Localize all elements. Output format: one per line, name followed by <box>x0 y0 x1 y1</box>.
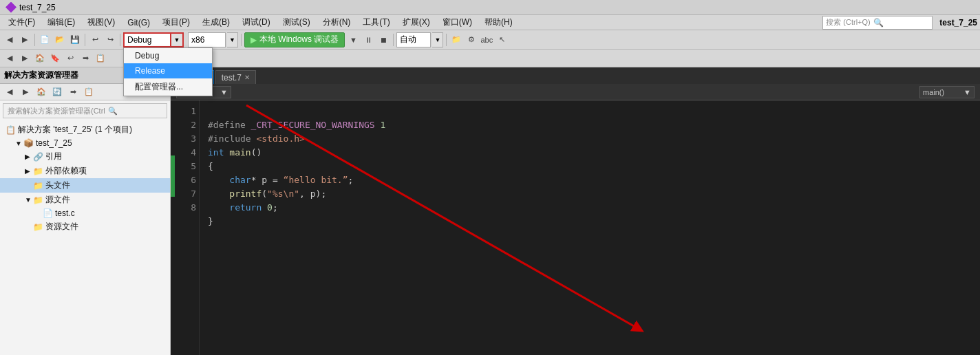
open-icon: 📂 <box>55 35 65 44</box>
menu-edit[interactable]: 编辑(E) <box>42 15 81 30</box>
tb2-icon2: ▶ <box>22 54 28 63</box>
redo-button[interactable]: ↪ <box>103 33 117 47</box>
menu-file[interactable]: 文件(F) <box>3 15 41 30</box>
sidebar-search-box[interactable]: 搜索解决方案资源管理器(Ctrl 🔍 <box>3 103 167 118</box>
sidebar-tb2[interactable]: ▶ <box>19 85 32 99</box>
code-indent <box>208 175 229 185</box>
pause-icon: ⏸ <box>365 36 372 44</box>
code-token: "%s\n" <box>267 189 299 199</box>
sidebar-tb4[interactable]: 🔄 <box>50 85 64 99</box>
sidebar-tb6[interactable]: 📋 <box>82 85 96 99</box>
menu-help[interactable]: 帮助(H) <box>479 15 518 30</box>
toolbar-btn-2[interactable]: ⚙ <box>465 33 478 47</box>
undo-icon: ↩ <box>92 35 98 44</box>
tree-item-sources[interactable]: ▼ 📁 源文件 <box>0 193 170 207</box>
back-icon: ◀ <box>7 35 12 44</box>
code-token: return <box>229 202 262 213</box>
tb2-btn4[interactable]: 🔖 <box>48 52 62 65</box>
code-token: printf <box>229 189 262 199</box>
debug-config-select[interactable]: Debug <box>123 32 171 47</box>
sidebar-tb5[interactable]: ➡ <box>66 85 80 99</box>
save-all-icon: 💾 <box>70 35 80 44</box>
code-indent <box>208 202 229 213</box>
line-num-1: 1 <box>175 105 196 118</box>
auto-arrow-button[interactable]: ▼ <box>432 32 443 47</box>
tree-item-headers[interactable]: 📁 头文件 <box>0 178 170 193</box>
auto-select[interactable]: 自动 <box>396 32 431 47</box>
line-numbers: 1 2 3 4 5 6 7 8 <box>175 100 200 355</box>
toolbar-btn-3[interactable]: abc <box>480 33 493 47</box>
tb2-btn5[interactable]: ↩ <box>63 52 77 65</box>
forward-button[interactable]: ▶ <box>18 33 32 47</box>
tree-item-testc[interactable]: 📄 test.c <box>0 207 170 219</box>
cursor-icon: ↖ <box>499 35 505 44</box>
dropdown-item-release[interactable]: Release <box>124 63 212 78</box>
undo-button[interactable]: ↩ <box>88 33 102 47</box>
tree-item-resources[interactable]: 📁 资源文件 <box>0 219 170 234</box>
tb2-icon4: 🔖 <box>50 54 60 63</box>
title-bar-left: test_7_25 <box>6 2 56 13</box>
code-editor[interactable]: #define _CRT_SECURE_NO_WARNINGS 1 #inclu… <box>200 100 980 355</box>
menu-test[interactable]: 测试(S) <box>277 15 316 30</box>
run-debugger-button[interactable]: ▶ 本地 Windows 调试器 <box>244 32 345 47</box>
tree-item-external-deps[interactable]: ▶ 📁 外部依赖项 <box>0 164 170 178</box>
pause-button[interactable]: ⏸ <box>361 33 375 47</box>
menu-project[interactable]: 项目(P) <box>157 15 195 30</box>
run-dropdown-icon: ▼ <box>350 36 357 44</box>
tb2-btn6[interactable]: ➡ <box>78 52 92 65</box>
menu-tools[interactable]: 工具(T) <box>357 15 395 30</box>
global-search-box[interactable]: 搜索 (Ctrl+Q) 🔍 <box>822 16 933 30</box>
menu-view[interactable]: 视图(V) <box>82 15 120 30</box>
line-num-5: 5 <box>175 160 196 173</box>
platform-arrow-button[interactable]: ▼ <box>227 32 238 47</box>
tb2-btn1[interactable]: ◀ <box>3 52 17 65</box>
tab-test7[interactable]: test.7 ✕ <box>215 70 256 84</box>
menu-analyze[interactable]: 分析(N) <box>317 15 356 30</box>
sidebar-search-icon: 🔍 <box>108 107 118 116</box>
tree-item-project[interactable]: ▼ 📦 test_7_25 <box>0 137 170 149</box>
separator-1 <box>34 34 35 46</box>
stop-button[interactable]: ⏹ <box>376 33 390 47</box>
line-num-8: 8 <box>175 201 196 215</box>
debug-config-arrow[interactable]: ▼ <box>171 32 184 47</box>
solution-explorer-panel: 解决方案资源管理器 📌 ✕ ◀ ▶ 🏠 🔄 ➡ 📋 搜索解决方案资源管理器(Ct… <box>0 67 171 355</box>
open-button[interactable]: 📂 <box>53 33 67 47</box>
menu-build[interactable]: 生成(B) <box>197 15 235 30</box>
menu-extensions[interactable]: 扩展(X) <box>397 15 436 30</box>
toolbar-btn-4[interactable]: ↖ <box>495 33 509 47</box>
dropdown-item-config-manager[interactable]: 配置管理器... <box>124 78 212 96</box>
tab-test7-close-icon[interactable]: ✕ <box>244 74 250 81</box>
tree-item-solution[interactable]: 📋 解决方案 'test_7_25' (1 个项目) <box>0 122 170 137</box>
resources-icon: 📁 <box>33 222 44 232</box>
member-select[interactable]: main() ▼ <box>919 86 974 98</box>
new-file-button[interactable]: 📄 <box>38 33 52 47</box>
sidebar-tb3[interactable]: 🏠 <box>34 85 48 99</box>
save-all-button[interactable]: 💾 <box>68 33 82 47</box>
play-icon: ▶ <box>251 35 257 45</box>
tb2-btn2[interactable]: ▶ <box>18 52 32 65</box>
tb2-btn7[interactable]: 📋 <box>94 52 107 65</box>
sidebar-tb1[interactable]: ◀ <box>3 85 17 99</box>
tb2-btn3[interactable]: 🏠 <box>33 52 47 65</box>
scope-arrow-icon: ▼ <box>220 88 228 96</box>
references-icon: 🔗 <box>33 152 44 162</box>
back-button[interactable]: ◀ <box>3 33 17 47</box>
menu-debug[interactable]: 调试(D) <box>237 15 276 30</box>
main-area: 解决方案资源管理器 📌 ✕ ◀ ▶ 🏠 🔄 ➡ 📋 搜索解决方案资源管理器(Ct… <box>0 67 980 355</box>
toolbar-btn-1[interactable]: 📁 <box>449 33 463 47</box>
project-expand-icon: ▼ <box>15 140 22 147</box>
tree-item-references[interactable]: ▶ 🔗 引用 <box>0 149 170 164</box>
vs-logo-icon <box>6 2 17 13</box>
chevron-down-icon: ▼ <box>174 36 180 43</box>
run-arrow-button[interactable]: ▼ <box>346 33 360 47</box>
menu-git[interactable]: Git(G) <box>122 17 156 29</box>
search-icon: 🔍 <box>873 18 884 28</box>
code-container: 1 2 3 4 5 6 7 8 #define _CRT_SECURE_NO_W… <box>171 100 980 355</box>
tb2-icon7: 📋 <box>96 54 105 63</box>
platform-select[interactable]: x86 <box>188 32 226 47</box>
separator-3 <box>120 34 120 46</box>
dropdown-item-debug[interactable]: Debug <box>124 48 212 63</box>
platform-chevron-icon: ▼ <box>229 36 235 43</box>
menu-window[interactable]: 窗口(W) <box>437 15 478 30</box>
sidebar-tb-icon4: 🔄 <box>52 87 62 96</box>
